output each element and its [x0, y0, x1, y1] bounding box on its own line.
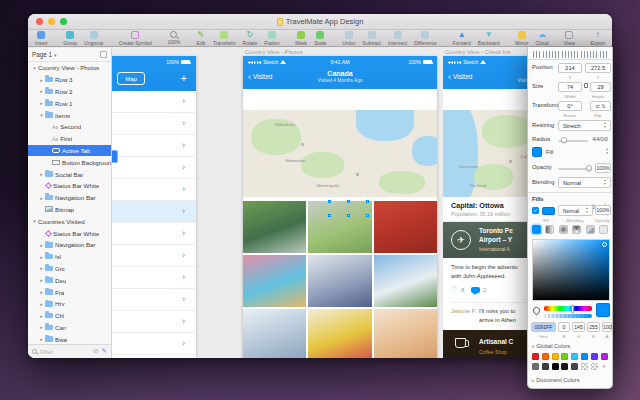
- global-color-swatch[interactable]: [591, 353, 598, 360]
- country-list-row[interactable]: ›: [112, 157, 196, 179]
- toolbar-edit[interactable]: ✎Edit: [196, 31, 206, 46]
- fill-type-angular-icon[interactable]: [572, 225, 581, 234]
- align-center-icon[interactable]: [562, 51, 569, 58]
- opacity-slider-knob[interactable]: [586, 165, 592, 171]
- height-field[interactable]: 29: [590, 82, 611, 92]
- selection-handle[interactable]: [328, 200, 331, 203]
- fill-type-noise-icon[interactable]: [599, 225, 608, 234]
- fill-opacity-field[interactable]: 100%: [595, 205, 611, 215]
- layer-fra[interactable]: ▸Fra: [28, 286, 111, 298]
- close-window-button[interactable]: [36, 18, 43, 25]
- photo-snow-mountain[interactable]: [243, 309, 306, 358]
- like-heart-icon[interactable]: ♡: [451, 286, 458, 294]
- global-color-swatch[interactable]: [571, 363, 578, 370]
- country-list-row[interactable]: ›: [112, 289, 196, 311]
- artboard-countries-visited[interactable]: 100% Map + ››››››››››››: [112, 56, 196, 358]
- layer-status-bar-white[interactable]: Status Bar White: [28, 227, 111, 239]
- global-color-swatch[interactable]: [532, 353, 539, 360]
- fill-type-solid-icon[interactable]: [532, 225, 541, 234]
- position-y-field[interactable]: 272.5: [585, 63, 611, 73]
- global-color-swatch[interactable]: [601, 353, 608, 360]
- saturation-brightness-picker[interactable]: [532, 239, 610, 301]
- distribute-vertically-icon[interactable]: [543, 51, 550, 58]
- selection-handle[interactable]: [366, 200, 369, 203]
- layer-country-view-photos[interactable]: ▾Country View - Photos: [28, 62, 111, 74]
- align-middle-icon[interactable]: [590, 51, 597, 58]
- country-list-row[interactable]: ›: [112, 245, 196, 267]
- opacity-field[interactable]: 100%: [595, 163, 611, 173]
- selection-handle[interactable]: [366, 214, 369, 217]
- country-list-row[interactable]: ›: [112, 135, 196, 157]
- layer-row-2[interactable]: ▸Row 2: [28, 86, 111, 98]
- map-pin[interactable]: [301, 143, 304, 146]
- country-list-row[interactable]: ›: [112, 311, 196, 333]
- back-button[interactable]: Visited: [448, 72, 472, 82]
- layer-grc[interactable]: ▸Grc: [28, 263, 111, 275]
- global-color-swatch[interactable]: [561, 353, 568, 360]
- comment-bubble-icon[interactable]: [471, 287, 480, 293]
- map-button[interactable]: Map: [117, 72, 145, 85]
- country-list-row[interactable]: ›: [112, 113, 196, 135]
- fill-type-linear-icon[interactable]: [545, 225, 554, 234]
- position-x-field[interactable]: 214: [558, 63, 582, 73]
- layer-chl[interactable]: ▸Chl: [28, 310, 111, 322]
- layer-first[interactable]: AaFirst: [28, 133, 111, 145]
- alpha-field[interactable]: 100: [602, 322, 612, 332]
- fill-blend-select[interactable]: Normal ▴▾: [558, 205, 593, 216]
- transparent-swatch[interactable]: [591, 363, 598, 370]
- artboard-country-view-photos[interactable]: Sketch 9:41 AM 100% Visited Canada Visit: [243, 56, 437, 358]
- zoom-window-button[interactable]: [60, 18, 67, 25]
- layer-bwa[interactable]: ▸Bwa: [28, 333, 111, 344]
- layer-row-3[interactable]: ▸Row 3: [28, 74, 111, 86]
- hue-slider[interactable]: [544, 306, 592, 311]
- green-field[interactable]: 145: [572, 322, 585, 332]
- checkin-airport-card[interactable]: ✈ Toronto Pe Airport – Y International A: [443, 222, 527, 258]
- toolbar-intersect[interactable]: Intersect: [388, 31, 407, 46]
- photo-forest-river[interactable]: [243, 201, 306, 253]
- country-list-row[interactable]: ›: [112, 333, 196, 355]
- selection-handle[interactable]: [347, 200, 350, 203]
- layer-hrv[interactable]: ▸Hrv: [28, 298, 111, 310]
- align-bottom-icon[interactable]: [600, 51, 607, 58]
- photo-street-mural[interactable]: [243, 255, 306, 307]
- selected-layer-fragment[interactable]: [112, 150, 118, 163]
- toolbar-100-[interactable]: 100%: [168, 31, 181, 45]
- toolbar-mask[interactable]: Mask: [295, 31, 307, 46]
- width-field[interactable]: 74: [558, 82, 582, 92]
- toolbar-transform[interactable]: Transform: [213, 31, 236, 46]
- layer-button-background[interactable]: Button Background: [28, 156, 111, 168]
- resizing-select[interactable]: Stretch ▴▾: [558, 120, 611, 131]
- page-list-icon[interactable]: [100, 51, 107, 58]
- flip-buttons[interactable]: ⇄ ⇅: [590, 101, 611, 111]
- rotate-field[interactable]: 0°: [558, 101, 582, 111]
- eyedropper-icon[interactable]: [532, 306, 542, 316]
- photo-red-door[interactable]: [374, 201, 437, 253]
- fill-type-image-icon[interactable]: [586, 225, 595, 234]
- edit-pencil-icon[interactable]: ✎: [102, 348, 107, 355]
- global-colors-header[interactable]: Global Colors: [532, 343, 570, 349]
- country-list-row[interactable]: ›: [112, 91, 196, 113]
- distribute-horizontally-icon[interactable]: [533, 51, 540, 58]
- global-color-swatch[interactable]: [542, 353, 549, 360]
- artboard-title-photos[interactable]: Country View - Photos: [245, 49, 303, 55]
- global-color-swatch[interactable]: [561, 363, 568, 370]
- artboard-country-view-checkins[interactable]: Sketch 9:41 AM Visited Canada Visited 4 …: [443, 56, 527, 358]
- toolbar-insert[interactable]: Insert: [35, 31, 48, 46]
- layer-deu[interactable]: ▸Deu: [28, 274, 111, 286]
- photo-macarons[interactable]: [308, 309, 371, 358]
- photo-dusk-ridge[interactable]: [308, 255, 371, 307]
- checkin-coffee-card[interactable]: Artisanal C Coffee Shop: [443, 330, 527, 358]
- photo-alpine-peak[interactable]: [374, 255, 437, 307]
- fill-enabled-checkbox[interactable]: ✓: [532, 207, 539, 214]
- country-list-row[interactable]: ›: [112, 201, 196, 223]
- fill-row-swatch[interactable]: [542, 207, 555, 215]
- toolbar-create-symbol[interactable]: Create Symbol: [119, 31, 152, 46]
- add-color-button[interactable]: +: [601, 363, 608, 370]
- hue-slider-knob[interactable]: [571, 305, 574, 313]
- country-list-row[interactable]: ›: [112, 179, 196, 201]
- toolbar-flatten[interactable]: Flatten: [264, 31, 279, 46]
- layer-items[interactable]: ▾Items: [28, 109, 111, 121]
- layer-isl[interactable]: ▸Isl: [28, 251, 111, 263]
- toolbar-forward[interactable]: ▲Forward: [452, 31, 470, 46]
- layer-navigation-bar[interactable]: ▸Navigation Bar: [28, 192, 111, 204]
